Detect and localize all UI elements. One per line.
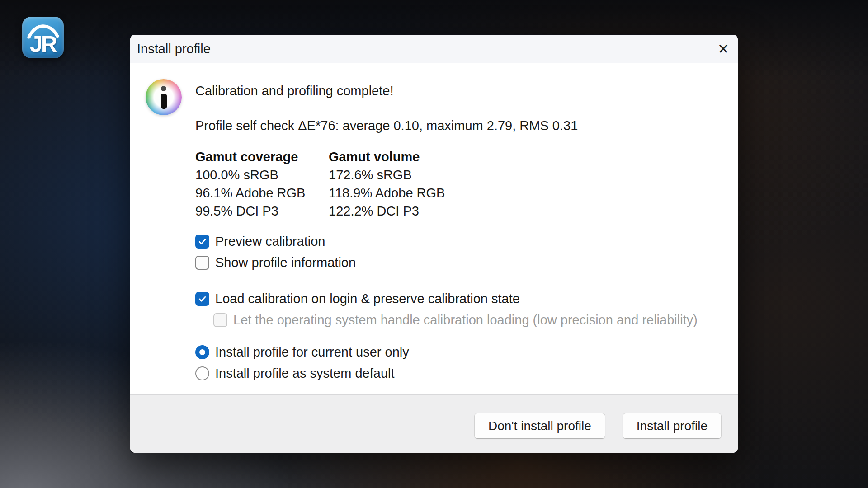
checkbox-label: Preview calibration: [215, 234, 325, 249]
self-check-message: Profile self check ΔE*76: average 0.10, …: [195, 118, 578, 133]
checkbox-label: Load calibration on login & preserve cal…: [215, 291, 520, 306]
checkbox-box: [213, 313, 227, 327]
gamut-coverage-header: Gamut coverage: [195, 148, 329, 166]
dialog-title: Install profile: [137, 35, 211, 63]
gamut-coverage-row: 96.1% Adobe RGB: [195, 184, 329, 202]
gamut-table: Gamut coverage 100.0% sRGB 96.1% Adobe R…: [195, 148, 445, 220]
checkbox-label: Show profile information: [215, 255, 356, 270]
install-profile-button[interactable]: Install profile: [623, 413, 722, 439]
radio-install-system-default[interactable]: Install profile as system default: [195, 366, 395, 380]
info-icon: [146, 79, 182, 115]
gamut-volume-header: Gamut volume: [329, 148, 445, 166]
radio-button[interactable]: [195, 345, 209, 359]
dialog-footer: Don't install profile Install profile: [130, 394, 738, 453]
gamut-volume-row: 122.2% DCI P3: [329, 202, 445, 220]
close-icon: ✕: [717, 41, 729, 57]
checkbox-preview-calibration[interactable]: Preview calibration: [195, 234, 325, 249]
install-profile-dialog: Install profile ✕ Calibration and profil…: [130, 35, 738, 453]
info-icon-dot: [161, 86, 166, 91]
checkbox-load-calibration-on-login[interactable]: Load calibration on login & preserve cal…: [195, 291, 520, 306]
checkbox-os-handle-calibration: Let the operating system handle calibrat…: [213, 313, 698, 327]
completion-message: Calibration and profiling complete!: [195, 84, 393, 99]
radio-label: Install profile for current user only: [215, 345, 409, 360]
radio-install-current-user[interactable]: Install profile for current user only: [195, 345, 409, 359]
radio-label: Install profile as system default: [215, 366, 395, 381]
gamut-coverage-column: Gamut coverage 100.0% sRGB 96.1% Adobe R…: [195, 148, 329, 220]
jr-logo: JR: [22, 17, 64, 58]
gamut-coverage-row: 100.0% sRGB: [195, 166, 329, 184]
checkbox-box[interactable]: [195, 292, 209, 306]
radio-button[interactable]: [195, 366, 209, 380]
checkbox-box[interactable]: [195, 235, 209, 249]
dialog-titlebar[interactable]: Install profile ✕: [130, 35, 738, 63]
gamut-coverage-row: 99.5% DCI P3: [195, 202, 329, 220]
checkbox-show-profile-information[interactable]: Show profile information: [195, 255, 356, 270]
gamut-volume-row: 118.9% Adobe RGB: [329, 184, 445, 202]
desktop-background: JR Install profile ✕ Calibration and pro…: [0, 0, 868, 488]
checkbox-label: Let the operating system handle calibrat…: [233, 313, 698, 328]
jr-logo-text: JR: [22, 31, 64, 57]
check-icon: [198, 294, 207, 304]
gamut-volume-column: Gamut volume 172.6% sRGB 118.9% Adobe RG…: [329, 148, 445, 220]
info-icon-stem: [161, 94, 167, 109]
dont-install-profile-button[interactable]: Don't install profile: [474, 413, 605, 439]
gamut-volume-row: 172.6% sRGB: [329, 166, 445, 184]
check-icon: [198, 237, 207, 246]
close-button[interactable]: ✕: [712, 39, 734, 60]
checkbox-box[interactable]: [195, 256, 209, 270]
